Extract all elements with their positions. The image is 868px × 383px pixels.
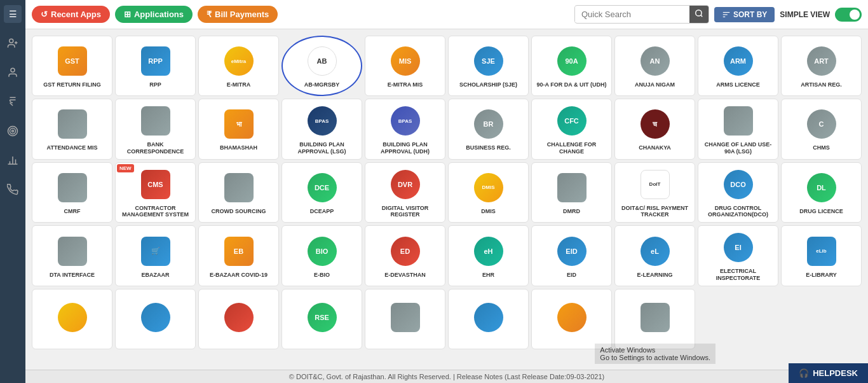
- app-card-43[interactable]: [198, 289, 279, 349]
- app-card-22[interactable]: NEWCMSCONTRACTOR MANAGEMENT SYSTEM: [115, 162, 196, 223]
- sidebar-user-icon[interactable]: [4, 64, 22, 81]
- sidebar-target-icon[interactable]: [4, 122, 22, 140]
- app-card-48[interactable]: [614, 289, 695, 349]
- app-card-23[interactable]: CROWD SOURCING: [198, 162, 279, 223]
- app-card-16[interactable]: BRBUSINESS REG.: [448, 99, 529, 160]
- app-card-46[interactable]: [448, 289, 529, 349]
- sidebar-adduser-icon[interactable]: [4, 34, 22, 52]
- app-icon-4: AB: [306, 45, 339, 78]
- recent-apps-button[interactable]: ↺ Recent Apps: [32, 6, 110, 23]
- app-card-40[interactable]: eLibE-LIBRARY: [781, 225, 862, 286]
- svg-point-6: [12, 130, 14, 132]
- app-card-12[interactable]: BANK CORRESPONDENCE: [115, 99, 196, 160]
- sidebar-menu-icon[interactable]: ☰: [4, 5, 22, 23]
- app-card-47[interactable]: [531, 289, 612, 349]
- app-card-19[interactable]: CHANGE OF LAND USE-90A (LSG): [698, 99, 778, 160]
- app-card-25[interactable]: DVRDIGITAL VISITOR REGISTER: [365, 162, 445, 223]
- app-card-2[interactable]: RPPRPP: [115, 36, 196, 96]
- sidebar-chart-icon[interactable]: [4, 151, 22, 169]
- app-card-28[interactable]: DoITDOIT&C/ RISL PAYMENT TRACKER: [614, 162, 695, 223]
- app-card-8[interactable]: ANANUJA NIGAM: [614, 36, 695, 96]
- app-card-6[interactable]: SJESCHOLARSHIP (SJE): [448, 36, 529, 96]
- app-card-20[interactable]: CCHMS: [781, 99, 862, 160]
- app-card-17[interactable]: CFCCHALLENGE FOR CHANGE: [531, 99, 612, 160]
- app-label-32: EBAZAAR: [142, 272, 170, 279]
- app-card-44[interactable]: RSE: [281, 289, 362, 349]
- app-card-36[interactable]: eHEHR: [448, 225, 529, 286]
- app-card-7[interactable]: 90A90-A FOR DA & UIT (UDH): [531, 36, 612, 96]
- app-card-1[interactable]: GSTGST RETURN FILING: [32, 36, 112, 96]
- app-card-13[interactable]: भाBHAMASHAH: [198, 99, 279, 160]
- app-icon-5: MIS: [389, 45, 422, 78]
- sort-by-button[interactable]: SORT BY: [714, 7, 775, 22]
- app-card-26[interactable]: DMISDMIS: [448, 162, 529, 223]
- app-card-35[interactable]: EDE-DEVASTHAN: [365, 225, 445, 286]
- app-label-34: E-BIO: [314, 272, 330, 279]
- app-icon-40: eLib: [805, 235, 838, 268]
- app-label-13: BHAMASHAH: [220, 144, 257, 151]
- app-card-5[interactable]: MISE-MITRA MIS: [365, 36, 445, 96]
- app-label-6: SCHOLARSHIP (SJE): [459, 81, 517, 88]
- app-card-18[interactable]: चCHANAKYA: [614, 99, 695, 160]
- search-input[interactable]: [575, 6, 689, 22]
- svg-point-3: [11, 68, 15, 72]
- app-icon-36: eH: [472, 235, 505, 268]
- app-icon-48: [639, 301, 672, 334]
- sidebar-phone-icon[interactable]: [4, 181, 22, 198]
- app-card-37[interactable]: EIDEID: [531, 225, 612, 286]
- helpdesk-icon: 🎧: [799, 368, 809, 378]
- app-label-33: E-BAZAAR COVID-19: [210, 272, 268, 279]
- search-button[interactable]: [689, 6, 709, 23]
- bill-payments-button[interactable]: ₹ Bill Payments: [198, 6, 278, 23]
- app-icon-29: DCO: [722, 168, 755, 201]
- app-card-27[interactable]: DMRD: [531, 162, 612, 223]
- app-icon-7: 90A: [555, 45, 588, 78]
- app-card-39[interactable]: EIELECTRICAL INSPECTORATE: [698, 225, 778, 286]
- applications-button[interactable]: ⊞ Applications: [115, 6, 193, 23]
- app-card-30[interactable]: DLDRUG LICENCE: [781, 162, 862, 223]
- app-label-40: E-LIBRARY: [806, 272, 837, 279]
- activate-windows-notice: Activate Windows Go to Settings to activ…: [595, 344, 715, 364]
- app-card-4[interactable]: ABAB-MGRSBY: [281, 36, 362, 96]
- recent-icon: ↺: [41, 10, 48, 19]
- app-label-26: DMIS: [481, 208, 496, 215]
- app-card-33[interactable]: EBE-BAZAAR COVID-19: [198, 225, 279, 286]
- bills-icon: ₹: [207, 10, 212, 19]
- app-label-12: BANK CORRESPONDENCE: [118, 141, 193, 155]
- footer: © DOIT&C, Govt. of Rajasthan. All Rights…: [25, 370, 868, 383]
- app-card-41[interactable]: [32, 289, 112, 349]
- app-card-42[interactable]: [115, 289, 196, 349]
- apps-icon: ⊞: [124, 10, 131, 19]
- helpdesk-button[interactable]: 🎧 HELPDESK: [789, 363, 868, 383]
- app-icon-43: [222, 301, 255, 334]
- app-card-34[interactable]: BIOE-BIO: [281, 225, 362, 286]
- simple-view-toggle[interactable]: [835, 8, 862, 22]
- app-card-15[interactable]: BPASBUILDING PLAN APPROVAL (UDH): [365, 99, 445, 160]
- app-icon-2: RPP: [139, 45, 172, 78]
- app-label-39: ELECTRICAL INSPECTORATE: [701, 268, 775, 282]
- app-label-10: ARTISAN REG.: [801, 81, 842, 88]
- app-card-11[interactable]: ATTENDANCE MIS: [32, 99, 112, 160]
- app-card-45[interactable]: [365, 289, 445, 349]
- app-icon-10: ART: [805, 45, 838, 78]
- app-card-38[interactable]: eLE-LEARNING: [614, 225, 695, 286]
- app-card-32[interactable]: 🛒EBAZAAR: [115, 225, 196, 286]
- app-card-9[interactable]: ARMARMS LICENCE: [698, 36, 778, 96]
- app-card-21[interactable]: CMRF: [32, 162, 112, 223]
- app-card-29[interactable]: DCODRUG CONTROL ORGANIZATION(DCO): [698, 162, 778, 223]
- svg-line-12: [701, 15, 703, 17]
- sidebar-rupee-icon[interactable]: [4, 93, 22, 111]
- app-card-24[interactable]: DCEDCEAPP: [281, 162, 362, 223]
- app-icon-11: [56, 108, 89, 141]
- app-card-10[interactable]: ARTARTISAN REG.: [781, 36, 862, 96]
- app-label-27: DMRD: [563, 208, 580, 215]
- sidebar: ☰: [0, 0, 25, 383]
- app-icon-19: [722, 104, 755, 137]
- app-card-3[interactable]: eMitraE-MITRA: [198, 36, 279, 96]
- app-label-9: ARMS LICENCE: [716, 81, 760, 88]
- app-label-22: CONTRACTOR MANAGEMENT SYSTEM: [118, 205, 193, 219]
- app-label-15: BUILDING PLAN APPROVAL (UDH): [368, 141, 442, 155]
- app-card-14[interactable]: BPASBUILDING PLAN APPROVAL (LSG): [281, 99, 362, 160]
- simple-view-label: SIMPLE VIEW: [780, 10, 830, 19]
- app-card-31[interactable]: DTA INTERFACE: [32, 225, 112, 286]
